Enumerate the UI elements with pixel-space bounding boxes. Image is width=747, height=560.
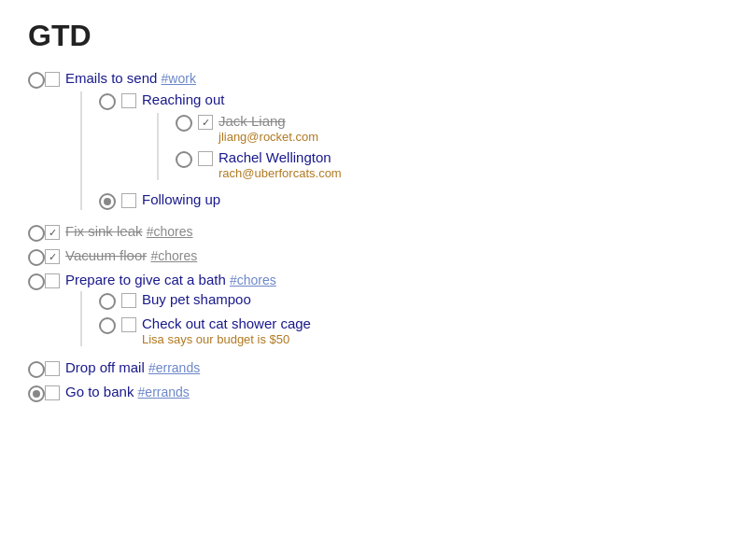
task-text: Go to bank [65, 384, 134, 399]
list-item: Jack Liang jliang@rocket.com [176, 113, 719, 144]
list-item: Reaching out Jack Liang jliang@rocket.co… [99, 91, 719, 186]
list-item: Vacuum floor #chores [28, 247, 719, 266]
list-item: Following up [99, 191, 719, 210]
bullet-dot [28, 273, 45, 290]
nested-block-2: Jack Liang jliang@rocket.com Rachel Well… [176, 113, 719, 180]
bullet-dot [28, 361, 45, 378]
task-list: Emails to send #work Reaching out [28, 70, 719, 402]
list-item: Rachel Wellington rach@uberforcats.com [176, 149, 719, 180]
nested-block: Reaching out Jack Liang jliang@rocket.co… [99, 91, 719, 210]
task-text: Jack Liang [218, 113, 286, 129]
task-text: Check out cat shower cage [142, 315, 311, 331]
bullet-dot [99, 293, 116, 310]
task-tag[interactable]: #chores [150, 248, 197, 263]
checkbox-fix-sink[interactable] [45, 225, 60, 240]
task-text: Vacuum floor [65, 247, 147, 263]
list-item: Emails to send #work Reaching out [28, 70, 719, 216]
bullet-dot [28, 72, 45, 89]
checkbox-shampoo[interactable] [121, 293, 136, 308]
task-text: Emails to send [65, 70, 157, 86]
task-text: Fix sink leak [65, 223, 143, 239]
task-text: Following up [142, 191, 220, 207]
bullet-dot [176, 151, 192, 168]
bullet-radio-filled [28, 385, 45, 402]
bullet-dot [28, 249, 45, 266]
task-text: Prepare to give cat a bath [65, 272, 226, 287]
task-tag[interactable]: #chores [230, 273, 276, 287]
bullet-dot [99, 93, 116, 110]
checkbox-vacuum[interactable] [45, 249, 60, 264]
list-item: Prepare to give cat a bath #chores Buy p… [28, 272, 719, 352]
task-tag[interactable]: #chores [147, 224, 193, 239]
task-text: Reaching out [142, 91, 224, 107]
checkbox-rachel[interactable] [198, 151, 213, 166]
list-item: Go to bank #errands [28, 384, 719, 402]
bullet-radio-filled [99, 193, 116, 210]
nested-block-cat: Buy pet shampoo Check out cat shower cag… [99, 291, 719, 346]
task-tag[interactable]: #errands [148, 360, 200, 375]
checkbox-drop-mail[interactable] [45, 361, 60, 376]
task-text: Rachel Wellington [218, 149, 331, 165]
checkbox-go-bank[interactable] [45, 385, 60, 400]
list-item: Buy pet shampoo [99, 291, 719, 310]
bullet-dot [176, 115, 192, 132]
checkbox-cat-bath[interactable] [45, 273, 60, 288]
checkbox-shower-cage[interactable] [121, 317, 136, 332]
list-item: Drop off mail #errands [28, 359, 719, 378]
sub-note: Lisa says our budget is $50 [142, 332, 719, 346]
checkbox-following-up[interactable] [121, 193, 136, 208]
task-text: Drop off mail [65, 359, 145, 375]
list-item: Fix sink leak #chores [28, 223, 719, 242]
task-tag[interactable]: #errands [138, 385, 190, 399]
list-item: Check out cat shower cage Lisa says our … [99, 315, 719, 346]
checkbox-reaching-out[interactable] [121, 93, 136, 108]
email-link[interactable]: rach@uberforcats.com [218, 166, 719, 180]
checkbox-jack[interactable] [198, 115, 213, 130]
bullet-dot [28, 225, 45, 242]
task-text: Buy pet shampoo [142, 291, 251, 307]
page-title: GTD [28, 19, 719, 53]
checkbox-emails[interactable] [45, 72, 60, 87]
task-tag[interactable]: #work [162, 71, 196, 86]
email-link[interactable]: jliang@rocket.com [218, 130, 719, 144]
bullet-dot [99, 317, 116, 334]
